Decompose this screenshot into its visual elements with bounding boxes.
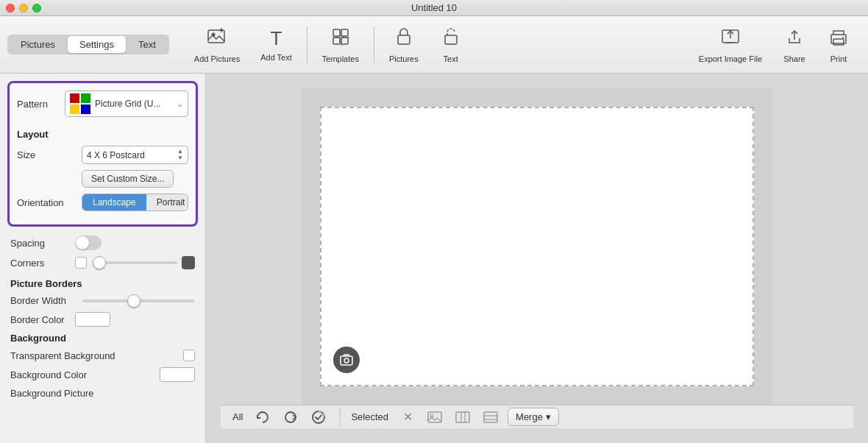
svg-rect-21 <box>428 412 441 422</box>
svg-point-16 <box>842 37 844 38</box>
selected-rows-button[interactable] <box>480 406 502 428</box>
size-label: Size <box>17 149 76 160</box>
border-color-row: Border Color <box>10 312 195 327</box>
selected-image-button[interactable] <box>424 406 446 428</box>
svg-rect-8 <box>398 35 410 44</box>
minimize-button[interactable] <box>19 4 28 13</box>
pictures-label: Pictures <box>389 54 419 63</box>
transparent-bg-label: Transparent Background <box>10 350 115 361</box>
bg-color-row: Background Color <box>10 367 195 382</box>
print-icon <box>828 26 849 52</box>
add-pictures-icon <box>207 26 227 52</box>
close-button[interactable] <box>6 4 15 13</box>
maximize-button[interactable] <box>32 4 41 13</box>
templates-icon <box>330 26 351 52</box>
window-title: Untitled 10 <box>411 2 457 13</box>
corners-row: Corners <box>10 256 195 269</box>
text-lock-icon <box>442 26 460 52</box>
toolbar-separator-2 <box>374 26 374 63</box>
refresh-all-button-1[interactable] <box>252 406 274 428</box>
check-all-button[interactable] <box>307 406 330 428</box>
text-lock-button[interactable]: Text <box>429 24 473 66</box>
print-button[interactable]: Print <box>817 24 861 66</box>
svg-point-20 <box>313 411 324 423</box>
text-label: Text <box>444 54 458 63</box>
svg-rect-4 <box>333 29 340 36</box>
svg-rect-9 <box>445 35 457 44</box>
portrait-button[interactable]: Portrait <box>146 194 188 210</box>
toolbar-separator-1 <box>307 26 307 63</box>
merge-chevron-icon: ▾ <box>546 411 551 422</box>
orientation-label: Orientation <box>17 197 76 208</box>
size-value: 4 X 6 Postcard <box>87 150 145 160</box>
border-color-swatch[interactable] <box>75 312 110 327</box>
titlebar: Untitled 10 <box>0 0 868 16</box>
all-label: All <box>232 411 243 422</box>
pattern-select[interactable]: Picture Grid (U... ⌄ <box>65 91 188 117</box>
corners-slider-container <box>93 256 195 269</box>
picture-borders-title: Picture Borders <box>10 278 195 289</box>
share-label: Share <box>783 54 805 63</box>
corners-slider[interactable] <box>93 261 177 264</box>
selected-columns-button[interactable] <box>452 406 474 428</box>
tab-pictures[interactable]: Pictures <box>9 36 67 53</box>
canvas-wrapper <box>221 88 853 405</box>
bg-color-swatch[interactable] <box>160 367 195 382</box>
transparent-bg-row: Transparent Background <box>10 350 195 361</box>
svg-rect-6 <box>333 38 340 44</box>
traffic-lights <box>6 4 41 13</box>
share-button[interactable]: Share <box>772 24 817 66</box>
svg-rect-23 <box>456 412 469 422</box>
pattern-row: Pattern Picture Grid (U... ⌄ <box>17 91 188 117</box>
border-slider-thumb <box>127 294 140 308</box>
add-pictures-button[interactable]: Add Pictures <box>184 24 250 66</box>
sidebar: Pattern Picture Grid (U... ⌄ Layout Size <box>0 74 206 443</box>
landscape-button[interactable]: Landscape <box>82 194 146 210</box>
spacing-label: Spacing <box>10 238 69 249</box>
border-width-label: Border Width <box>10 295 77 306</box>
add-text-icon: T <box>271 27 282 50</box>
export-button[interactable]: Export Image File <box>689 24 772 66</box>
merge-button[interactable]: Merge ▾ <box>508 408 559 426</box>
orientation-row: Orientation Landscape Portrait <box>17 194 188 211</box>
canvas[interactable] <box>320 107 754 386</box>
custom-size-button[interactable]: Set Custom Size... <box>82 170 174 188</box>
svg-rect-5 <box>341 29 348 36</box>
svg-point-18 <box>344 358 349 363</box>
svg-rect-15 <box>833 39 844 45</box>
background-title: Background <box>10 333 195 344</box>
pattern-chevron-icon: ⌄ <box>177 99 183 109</box>
pattern-name: Picture Grid (U... <box>95 99 172 109</box>
print-label: Print <box>830 54 847 63</box>
size-select[interactable]: 4 X 6 Postcard ▲ ▼ <box>82 146 188 164</box>
tab-settings[interactable]: Settings <box>68 36 126 53</box>
share-icon <box>786 26 803 52</box>
add-text-button[interactable]: T Add Text <box>250 24 302 65</box>
sidebar-lower: Spacing Corners Picture Borders Border W… <box>7 233 198 408</box>
corners-slider-thumb <box>93 256 106 269</box>
svg-rect-7 <box>341 38 348 44</box>
corners-checkbox[interactable] <box>75 257 87 269</box>
spacing-row: Spacing <box>10 235 195 250</box>
selected-x-button[interactable]: ✕ <box>397 407 418 428</box>
pattern-label: Pattern <box>17 99 57 110</box>
border-width-slider[interactable] <box>82 300 195 302</box>
canvas-area: All <box>206 74 868 443</box>
toggle-knob <box>76 236 89 249</box>
templates-button[interactable]: Templates <box>312 24 369 66</box>
orientation-buttons: Landscape Portrait <box>82 194 188 211</box>
tab-text[interactable]: Text <box>127 36 168 53</box>
main-content: Pattern Picture Grid (U... ⌄ Layout Size <box>0 74 868 443</box>
refresh-all-button-2[interactable] <box>280 406 302 428</box>
toolbar: Pictures Settings Text Add Pictures T Ad… <box>0 16 868 74</box>
transparent-bg-checkbox[interactable] <box>183 350 195 361</box>
pictures-lock-button[interactable]: Pictures <box>379 24 429 66</box>
pattern-section: Pattern Picture Grid (U... ⌄ Layout Size <box>7 81 198 227</box>
bottom-separator <box>340 407 341 428</box>
svg-rect-26 <box>484 412 497 422</box>
svg-rect-17 <box>341 356 352 365</box>
tab-group: Pictures Settings Text <box>7 35 169 54</box>
border-width-row: Border Width <box>10 295 195 306</box>
canvas-photo-icon <box>333 347 360 373</box>
spacing-toggle[interactable] <box>75 235 102 250</box>
